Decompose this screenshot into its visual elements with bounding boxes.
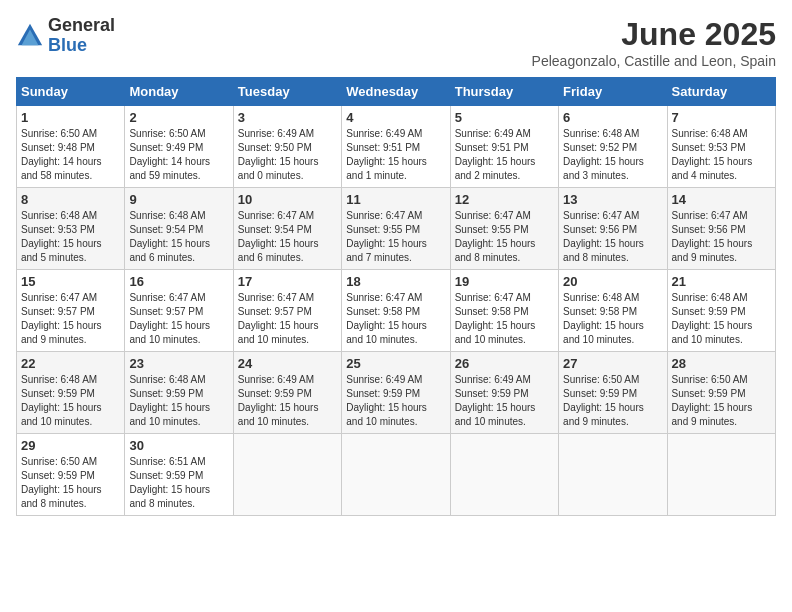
day-info: Sunrise: 6:49 AM Sunset: 9:50 PM Dayligh… bbox=[238, 127, 337, 183]
day-number: 28 bbox=[672, 356, 771, 371]
calendar-cell: 13Sunrise: 6:47 AM Sunset: 9:56 PM Dayli… bbox=[559, 188, 667, 270]
day-info: Sunrise: 6:50 AM Sunset: 9:59 PM Dayligh… bbox=[563, 373, 662, 429]
day-info: Sunrise: 6:48 AM Sunset: 9:59 PM Dayligh… bbox=[129, 373, 228, 429]
calendar-cell: 27Sunrise: 6:50 AM Sunset: 9:59 PM Dayli… bbox=[559, 352, 667, 434]
calendar-cell: 7Sunrise: 6:48 AM Sunset: 9:53 PM Daylig… bbox=[667, 106, 775, 188]
calendar-cell: 3Sunrise: 6:49 AM Sunset: 9:50 PM Daylig… bbox=[233, 106, 341, 188]
day-info: Sunrise: 6:49 AM Sunset: 9:59 PM Dayligh… bbox=[455, 373, 554, 429]
day-number: 11 bbox=[346, 192, 445, 207]
day-number: 19 bbox=[455, 274, 554, 289]
day-number: 14 bbox=[672, 192, 771, 207]
day-info: Sunrise: 6:47 AM Sunset: 9:57 PM Dayligh… bbox=[21, 291, 120, 347]
header-cell-friday: Friday bbox=[559, 78, 667, 106]
day-info: Sunrise: 6:50 AM Sunset: 9:49 PM Dayligh… bbox=[129, 127, 228, 183]
calendar-cell: 12Sunrise: 6:47 AM Sunset: 9:55 PM Dayli… bbox=[450, 188, 558, 270]
day-info: Sunrise: 6:50 AM Sunset: 9:59 PM Dayligh… bbox=[21, 455, 120, 511]
calendar-cell: 8Sunrise: 6:48 AM Sunset: 9:53 PM Daylig… bbox=[17, 188, 125, 270]
calendar-cell: 18Sunrise: 6:47 AM Sunset: 9:58 PM Dayli… bbox=[342, 270, 450, 352]
calendar-cell: 2Sunrise: 6:50 AM Sunset: 9:49 PM Daylig… bbox=[125, 106, 233, 188]
day-number: 16 bbox=[129, 274, 228, 289]
calendar-cell: 17Sunrise: 6:47 AM Sunset: 9:57 PM Dayli… bbox=[233, 270, 341, 352]
header-cell-wednesday: Wednesday bbox=[342, 78, 450, 106]
calendar-cell: 25Sunrise: 6:49 AM Sunset: 9:59 PM Dayli… bbox=[342, 352, 450, 434]
calendar-cell: 1Sunrise: 6:50 AM Sunset: 9:48 PM Daylig… bbox=[17, 106, 125, 188]
calendar-cell: 5Sunrise: 6:49 AM Sunset: 9:51 PM Daylig… bbox=[450, 106, 558, 188]
day-number: 17 bbox=[238, 274, 337, 289]
header-cell-sunday: Sunday bbox=[17, 78, 125, 106]
logo: General Blue bbox=[16, 16, 115, 56]
day-number: 6 bbox=[563, 110, 662, 125]
day-info: Sunrise: 6:48 AM Sunset: 9:53 PM Dayligh… bbox=[21, 209, 120, 265]
day-info: Sunrise: 6:47 AM Sunset: 9:57 PM Dayligh… bbox=[238, 291, 337, 347]
day-info: Sunrise: 6:49 AM Sunset: 9:51 PM Dayligh… bbox=[455, 127, 554, 183]
header-cell-thursday: Thursday bbox=[450, 78, 558, 106]
day-number: 3 bbox=[238, 110, 337, 125]
day-number: 12 bbox=[455, 192, 554, 207]
logo-blue: Blue bbox=[48, 36, 115, 56]
day-info: Sunrise: 6:48 AM Sunset: 9:59 PM Dayligh… bbox=[672, 291, 771, 347]
day-number: 26 bbox=[455, 356, 554, 371]
day-number: 10 bbox=[238, 192, 337, 207]
day-info: Sunrise: 6:47 AM Sunset: 9:58 PM Dayligh… bbox=[455, 291, 554, 347]
calendar-cell: 28Sunrise: 6:50 AM Sunset: 9:59 PM Dayli… bbox=[667, 352, 775, 434]
day-info: Sunrise: 6:48 AM Sunset: 9:53 PM Dayligh… bbox=[672, 127, 771, 183]
calendar-week-2: 8Sunrise: 6:48 AM Sunset: 9:53 PM Daylig… bbox=[17, 188, 776, 270]
calendar-week-1: 1Sunrise: 6:50 AM Sunset: 9:48 PM Daylig… bbox=[17, 106, 776, 188]
day-number: 20 bbox=[563, 274, 662, 289]
day-number: 29 bbox=[21, 438, 120, 453]
day-info: Sunrise: 6:47 AM Sunset: 9:55 PM Dayligh… bbox=[346, 209, 445, 265]
day-info: Sunrise: 6:48 AM Sunset: 9:54 PM Dayligh… bbox=[129, 209, 228, 265]
day-info: Sunrise: 6:50 AM Sunset: 9:48 PM Dayligh… bbox=[21, 127, 120, 183]
calendar-cell: 22Sunrise: 6:48 AM Sunset: 9:59 PM Dayli… bbox=[17, 352, 125, 434]
day-info: Sunrise: 6:50 AM Sunset: 9:59 PM Dayligh… bbox=[672, 373, 771, 429]
month-title: June 2025 bbox=[532, 16, 776, 53]
day-info: Sunrise: 6:49 AM Sunset: 9:59 PM Dayligh… bbox=[346, 373, 445, 429]
calendar-table: SundayMondayTuesdayWednesdayThursdayFrid… bbox=[16, 77, 776, 516]
page-header: General Blue June 2025 Peleagonzalo, Cas… bbox=[16, 16, 776, 69]
calendar-cell: 9Sunrise: 6:48 AM Sunset: 9:54 PM Daylig… bbox=[125, 188, 233, 270]
header-cell-saturday: Saturday bbox=[667, 78, 775, 106]
day-info: Sunrise: 6:47 AM Sunset: 9:55 PM Dayligh… bbox=[455, 209, 554, 265]
title-block: June 2025 Peleagonzalo, Castille and Leo… bbox=[532, 16, 776, 69]
day-number: 23 bbox=[129, 356, 228, 371]
calendar-cell bbox=[342, 434, 450, 516]
calendar-cell bbox=[667, 434, 775, 516]
day-number: 9 bbox=[129, 192, 228, 207]
day-number: 22 bbox=[21, 356, 120, 371]
day-info: Sunrise: 6:49 AM Sunset: 9:51 PM Dayligh… bbox=[346, 127, 445, 183]
day-number: 13 bbox=[563, 192, 662, 207]
logo-text: General Blue bbox=[48, 16, 115, 56]
day-info: Sunrise: 6:48 AM Sunset: 9:58 PM Dayligh… bbox=[563, 291, 662, 347]
calendar-cell: 14Sunrise: 6:47 AM Sunset: 9:56 PM Dayli… bbox=[667, 188, 775, 270]
day-info: Sunrise: 6:47 AM Sunset: 9:57 PM Dayligh… bbox=[129, 291, 228, 347]
day-number: 21 bbox=[672, 274, 771, 289]
header-cell-tuesday: Tuesday bbox=[233, 78, 341, 106]
day-info: Sunrise: 6:47 AM Sunset: 9:56 PM Dayligh… bbox=[563, 209, 662, 265]
calendar-cell: 23Sunrise: 6:48 AM Sunset: 9:59 PM Dayli… bbox=[125, 352, 233, 434]
calendar-cell bbox=[233, 434, 341, 516]
calendar-cell: 21Sunrise: 6:48 AM Sunset: 9:59 PM Dayli… bbox=[667, 270, 775, 352]
day-number: 18 bbox=[346, 274, 445, 289]
calendar-week-5: 29Sunrise: 6:50 AM Sunset: 9:59 PM Dayli… bbox=[17, 434, 776, 516]
day-info: Sunrise: 6:47 AM Sunset: 9:58 PM Dayligh… bbox=[346, 291, 445, 347]
day-info: Sunrise: 6:47 AM Sunset: 9:56 PM Dayligh… bbox=[672, 209, 771, 265]
calendar-cell: 30Sunrise: 6:51 AM Sunset: 9:59 PM Dayli… bbox=[125, 434, 233, 516]
day-number: 7 bbox=[672, 110, 771, 125]
day-info: Sunrise: 6:49 AM Sunset: 9:59 PM Dayligh… bbox=[238, 373, 337, 429]
calendar-week-4: 22Sunrise: 6:48 AM Sunset: 9:59 PM Dayli… bbox=[17, 352, 776, 434]
day-number: 5 bbox=[455, 110, 554, 125]
day-info: Sunrise: 6:48 AM Sunset: 9:59 PM Dayligh… bbox=[21, 373, 120, 429]
calendar-cell: 10Sunrise: 6:47 AM Sunset: 9:54 PM Dayli… bbox=[233, 188, 341, 270]
calendar-cell: 16Sunrise: 6:47 AM Sunset: 9:57 PM Dayli… bbox=[125, 270, 233, 352]
calendar-cell: 4Sunrise: 6:49 AM Sunset: 9:51 PM Daylig… bbox=[342, 106, 450, 188]
day-number: 4 bbox=[346, 110, 445, 125]
logo-general: General bbox=[48, 16, 115, 36]
calendar-cell: 6Sunrise: 6:48 AM Sunset: 9:52 PM Daylig… bbox=[559, 106, 667, 188]
calendar-cell: 15Sunrise: 6:47 AM Sunset: 9:57 PM Dayli… bbox=[17, 270, 125, 352]
logo-icon bbox=[16, 22, 44, 50]
day-number: 15 bbox=[21, 274, 120, 289]
calendar-cell: 19Sunrise: 6:47 AM Sunset: 9:58 PM Dayli… bbox=[450, 270, 558, 352]
calendar-cell bbox=[559, 434, 667, 516]
location: Peleagonzalo, Castille and Leon, Spain bbox=[532, 53, 776, 69]
day-info: Sunrise: 6:47 AM Sunset: 9:54 PM Dayligh… bbox=[238, 209, 337, 265]
